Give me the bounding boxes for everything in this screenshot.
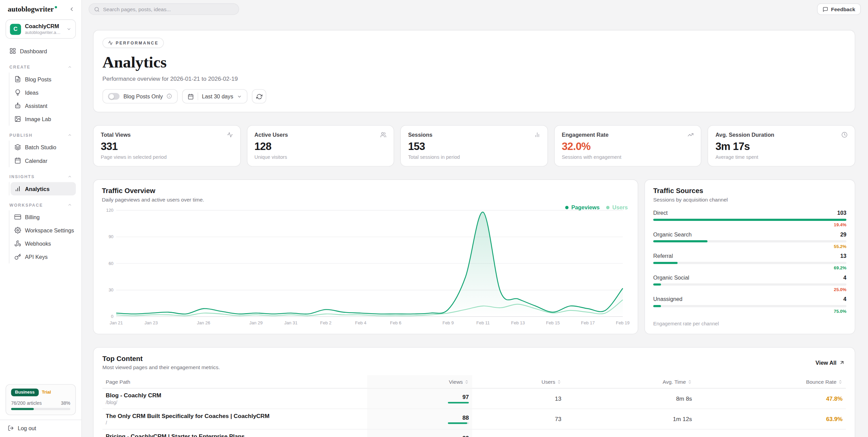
workspace-selector[interactable]: C CoachlyCRM autoblogwriter.app/coa... — [5, 19, 76, 39]
source-name: Direct — [653, 210, 668, 216]
blog-posts-only-toggle[interactable]: Blog Posts Only — [102, 89, 177, 103]
svg-text:120: 120 — [106, 208, 114, 213]
svg-text:Feb 15: Feb 15 — [546, 320, 560, 325]
stat-card-active-users: Active Users128Unique visitors — [247, 125, 394, 167]
performance-badge-label: Performance — [116, 40, 158, 45]
traffic-overview-subtitle: Daily pageviews and active users over ti… — [102, 196, 629, 203]
column-header-avg-time[interactable]: Avg. Time — [565, 375, 695, 388]
stat-label: Sessions — [408, 132, 433, 138]
top-content-title: Top Content — [102, 355, 220, 363]
source-bar-fill — [653, 262, 678, 264]
chevron-down-icon — [237, 94, 242, 99]
traffic-sources-footer: Engagement rate per channel — [653, 316, 846, 327]
activity-icon — [227, 132, 233, 138]
sidebar-item-billing[interactable]: Billing — [11, 210, 76, 224]
source-value: 13 — [840, 253, 846, 259]
stat-label: Engagement Rate — [562, 132, 609, 138]
traffic-sources-title: Traffic Sources — [653, 187, 846, 195]
sidebar-item-blog-posts[interactable]: Blog Posts — [11, 73, 76, 86]
workspace-meta: CoachlyCRM autoblogwriter.app/coa... — [25, 23, 62, 35]
sidebar-item-webhooks[interactable]: Webhooks — [11, 237, 76, 250]
sidebar-item-calendar[interactable]: Calendar — [11, 154, 76, 167]
chevron-up-icon — [68, 174, 72, 179]
stat-card-engagement-rate: Engagement Rate32.0%Sessions with engage… — [554, 125, 702, 167]
page-subtitle: Performance overview for 2026-01-21 to 2… — [102, 75, 846, 82]
sort-icon — [465, 379, 469, 384]
bounce-rate-cell: 63.9% — [695, 412, 846, 425]
sidebar-item-workspace-settings[interactable]: Workspace Settings — [11, 224, 76, 237]
nav-section-publish[interactable]: PUBLISH — [5, 130, 76, 141]
logout-button[interactable]: Log out — [0, 419, 81, 437]
legend-users: Users — [606, 204, 628, 210]
svg-text:Feb 11: Feb 11 — [476, 320, 490, 325]
date-range-button[interactable]: Last 30 days — [182, 89, 248, 103]
stat-value: 128 — [254, 140, 386, 153]
feedback-button[interactable]: Feedback — [817, 3, 861, 15]
traffic-source-unassigned: Unassigned475.0% — [653, 296, 846, 314]
sidebar-item-image-lab[interactable]: Image Lab — [11, 112, 76, 126]
traffic-source-referral: Referral1369.2% — [653, 253, 846, 271]
plan-box: Business Trial 76/200 articles 38% — [5, 384, 76, 415]
trending-up-icon — [688, 132, 694, 138]
workspace-name: CoachlyCRM — [25, 23, 62, 30]
sidebar-item-label: Dashboard — [20, 48, 47, 54]
source-value: 29 — [840, 231, 846, 238]
refresh-button[interactable] — [252, 89, 266, 103]
stat-card-sessions: Sessions153Total sessions in period — [400, 125, 548, 167]
sidebar-collapse-button[interactable] — [67, 5, 76, 14]
stat-label: Active Users — [254, 132, 288, 138]
performance-badge: Performance — [102, 38, 164, 48]
topbar: Feedback — [82, 0, 868, 18]
stat-card-total-views: Total Views331Page views in selected per… — [93, 125, 241, 167]
source-value: 4 — [843, 296, 846, 302]
sidebar-item-ideas[interactable]: Ideas — [11, 86, 76, 99]
stat-value: 3m 17s — [715, 140, 847, 153]
sidebar-item-analytics[interactable]: Analytics — [11, 182, 76, 195]
sidebar-item-batch-studio[interactable]: Batch Studio — [11, 140, 76, 154]
page-title-text: The Only CRM Built Specifically for Coac… — [106, 412, 364, 419]
views-cell: 88 — [367, 409, 472, 429]
clock-icon — [842, 132, 848, 138]
table-body: Blog - Coachly CRM/blog/97138m 8s47.8%Th… — [102, 388, 846, 437]
avg-time-cell: 2m 57s — [565, 433, 695, 437]
sidebar-item-assistant[interactable]: Assistant — [11, 99, 76, 112]
source-name: Organic Search — [653, 231, 692, 238]
nav-section-workspace[interactable]: WORKSPACE — [5, 199, 76, 210]
legend-label-users: Users — [612, 204, 628, 210]
nav-section-insights[interactable]: INSIGHTS — [5, 171, 76, 182]
stat-caption: Total sessions in period — [408, 154, 540, 160]
stat-value: 32.0% — [562, 140, 694, 153]
svg-text:0: 0 — [111, 314, 113, 319]
nav-section-create[interactable]: CREATE — [5, 61, 76, 73]
bar-chart-2-icon — [534, 132, 540, 138]
toggle-switch[interactable] — [108, 93, 119, 100]
column-header-users[interactable]: Users — [472, 375, 565, 388]
source-value: 4 — [843, 274, 846, 281]
view-all-button[interactable]: View All — [814, 357, 846, 368]
nav-group-create: Blog PostsIdeasAssistantImage Lab — [9, 73, 76, 126]
column-header-bounce-rate[interactable]: Bounce Rate — [695, 375, 846, 388]
svg-text:60: 60 — [109, 261, 113, 266]
sidebar-item-dashboard[interactable]: Dashboard — [5, 44, 76, 58]
column-header-views[interactable]: Views — [367, 375, 472, 388]
charts-row: Traffic Overview Daily pageviews and act… — [93, 179, 855, 335]
table-row[interactable]: Pricing - CoachlyCRM | Starter to Enterp… — [102, 430, 846, 437]
log-out-icon — [8, 425, 14, 431]
layout-grid-icon — [10, 48, 16, 54]
workspace-avatar: C — [10, 23, 21, 35]
page-content: Performance Analytics Performance overvi… — [82, 18, 868, 437]
date-range-label: Last 30 days — [202, 93, 233, 99]
credit-card-icon — [14, 214, 21, 221]
legend-dot-users — [606, 206, 610, 209]
stat-value: 153 — [408, 140, 540, 153]
search-input[interactable] — [103, 6, 233, 12]
arrow-up-right-icon — [839, 360, 845, 365]
sidebar-item-api-keys[interactable]: API Keys — [11, 250, 76, 263]
users-cell: 73 — [472, 412, 565, 425]
page-path-text: /blog/ — [106, 400, 364, 405]
stat-label: Total Views — [101, 132, 131, 138]
table-row[interactable]: Blog - Coachly CRM/blog/97138m 8s47.8% — [102, 388, 846, 409]
column-header-page-path[interactable]: Page Path — [102, 375, 367, 388]
app-logo[interactable]: autoblogwriter — [8, 5, 57, 14]
table-row[interactable]: The Only CRM Built Specifically for Coac… — [102, 409, 846, 430]
